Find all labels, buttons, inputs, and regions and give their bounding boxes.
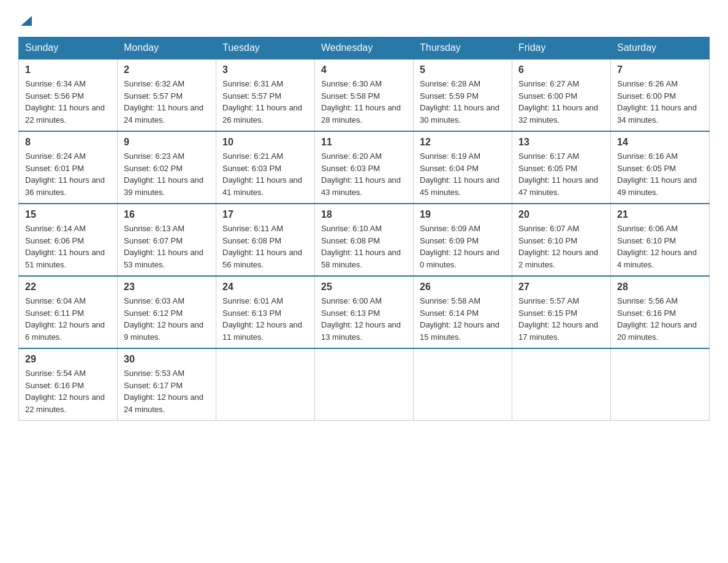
day-number: 19 [420, 209, 506, 220]
week-row-5: 29Sunrise: 5:54 AMSunset: 6:16 PMDayligh… [19, 348, 710, 421]
day-number: 17 [222, 209, 308, 220]
day-number: 23 [124, 282, 210, 293]
day-cell-8: 8Sunrise: 6:24 AMSunset: 6:01 PMDaylight… [19, 131, 118, 204]
day-number: 11 [321, 137, 407, 148]
day-cell-21: 21Sunrise: 6:06 AMSunset: 6:10 PMDayligh… [611, 204, 710, 276]
day-info: Sunrise: 6:06 AMSunset: 6:10 PMDaylight:… [617, 223, 703, 270]
day-cell-2: 2Sunrise: 6:32 AMSunset: 5:57 PMDaylight… [118, 59, 216, 131]
day-cell-24: 24Sunrise: 6:01 AMSunset: 6:13 PMDayligh… [216, 276, 315, 348]
day-info: Sunrise: 5:58 AMSunset: 6:14 PMDaylight:… [420, 295, 506, 343]
day-cell-12: 12Sunrise: 6:19 AMSunset: 6:04 PMDayligh… [414, 131, 512, 204]
day-cell-10: 10Sunrise: 6:21 AMSunset: 6:03 PMDayligh… [216, 131, 315, 204]
day-info: Sunrise: 6:09 AMSunset: 6:09 PMDaylight:… [420, 223, 506, 270]
day-cell-14: 14Sunrise: 6:16 AMSunset: 6:05 PMDayligh… [611, 131, 710, 204]
calendar-table: SundayMondayTuesdayWednesdayThursdayFrid… [18, 37, 710, 421]
day-number: 27 [518, 282, 604, 293]
day-number: 3 [222, 64, 308, 75]
logo [18, 12, 33, 27]
day-info: Sunrise: 6:04 AMSunset: 6:11 PMDaylight:… [25, 295, 111, 343]
day-info: Sunrise: 6:34 AMSunset: 5:56 PMDaylight:… [25, 78, 111, 126]
day-info: Sunrise: 6:24 AMSunset: 6:01 PMDaylight:… [25, 150, 111, 198]
day-info: Sunrise: 6:10 AMSunset: 6:08 PMDaylight:… [321, 223, 407, 270]
day-cell-7: 7Sunrise: 6:26 AMSunset: 6:00 PMDaylight… [611, 59, 710, 131]
week-row-1: 1Sunrise: 6:34 AMSunset: 5:56 PMDaylight… [19, 59, 710, 131]
weekday-header-thursday: Thursday [414, 37, 512, 59]
day-info: Sunrise: 6:16 AMSunset: 6:05 PMDaylight:… [617, 150, 703, 198]
day-number: 26 [420, 282, 506, 293]
weekday-header-row: SundayMondayTuesdayWednesdayThursdayFrid… [19, 37, 710, 59]
day-number: 10 [222, 137, 308, 148]
day-info: Sunrise: 6:32 AMSunset: 5:57 PMDaylight:… [124, 78, 210, 126]
day-number: 4 [321, 64, 407, 75]
day-cell-30: 30Sunrise: 5:53 AMSunset: 6:17 PMDayligh… [118, 348, 216, 421]
day-number: 18 [321, 209, 407, 220]
day-number: 14 [617, 137, 703, 148]
day-number: 24 [222, 282, 308, 293]
weekday-header-monday: Monday [118, 37, 216, 59]
day-cell-6: 6Sunrise: 6:27 AMSunset: 6:00 PMDaylight… [512, 59, 611, 131]
day-number: 8 [25, 137, 111, 148]
day-cell-13: 13Sunrise: 6:17 AMSunset: 6:05 PMDayligh… [512, 131, 611, 204]
empty-cell [216, 348, 315, 421]
day-info: Sunrise: 6:28 AMSunset: 5:59 PMDaylight:… [420, 78, 506, 126]
day-cell-26: 26Sunrise: 5:58 AMSunset: 6:14 PMDayligh… [414, 276, 512, 348]
day-info: Sunrise: 5:57 AMSunset: 6:15 PMDaylight:… [518, 295, 604, 343]
day-number: 30 [124, 354, 210, 365]
day-info: Sunrise: 6:00 AMSunset: 6:13 PMDaylight:… [321, 295, 407, 343]
day-cell-5: 5Sunrise: 6:28 AMSunset: 5:59 PMDaylight… [414, 59, 512, 131]
empty-cell [512, 348, 611, 421]
day-info: Sunrise: 6:31 AMSunset: 5:57 PMDaylight:… [222, 78, 308, 126]
day-cell-25: 25Sunrise: 6:00 AMSunset: 6:13 PMDayligh… [315, 276, 414, 348]
day-cell-22: 22Sunrise: 6:04 AMSunset: 6:11 PMDayligh… [19, 276, 118, 348]
day-info: Sunrise: 5:56 AMSunset: 6:16 PMDaylight:… [617, 295, 703, 343]
weekday-header-sunday: Sunday [19, 37, 118, 59]
day-info: Sunrise: 6:30 AMSunset: 5:58 PMDaylight:… [321, 78, 407, 126]
day-number: 15 [25, 209, 111, 220]
day-cell-27: 27Sunrise: 5:57 AMSunset: 6:15 PMDayligh… [512, 276, 611, 348]
day-info: Sunrise: 6:19 AMSunset: 6:04 PMDaylight:… [420, 150, 506, 198]
day-info: Sunrise: 6:20 AMSunset: 6:03 PMDaylight:… [321, 150, 407, 198]
day-info: Sunrise: 6:01 AMSunset: 6:13 PMDaylight:… [222, 295, 308, 343]
week-row-3: 15Sunrise: 6:14 AMSunset: 6:06 PMDayligh… [19, 204, 710, 276]
day-number: 21 [617, 209, 703, 220]
day-info: Sunrise: 6:26 AMSunset: 6:00 PMDaylight:… [617, 78, 703, 126]
empty-cell [414, 348, 512, 421]
day-number: 13 [518, 137, 604, 148]
day-info: Sunrise: 6:13 AMSunset: 6:07 PMDaylight:… [124, 223, 210, 270]
day-cell-15: 15Sunrise: 6:14 AMSunset: 6:06 PMDayligh… [19, 204, 118, 276]
day-cell-1: 1Sunrise: 6:34 AMSunset: 5:56 PMDaylight… [19, 59, 118, 131]
week-row-4: 22Sunrise: 6:04 AMSunset: 6:11 PMDayligh… [19, 276, 710, 348]
day-info: Sunrise: 6:23 AMSunset: 6:02 PMDaylight:… [124, 150, 210, 198]
week-row-2: 8Sunrise: 6:24 AMSunset: 6:01 PMDaylight… [19, 131, 710, 204]
day-cell-29: 29Sunrise: 5:54 AMSunset: 6:16 PMDayligh… [19, 348, 118, 421]
day-info: Sunrise: 6:17 AMSunset: 6:05 PMDaylight:… [518, 150, 604, 198]
weekday-header-wednesday: Wednesday [315, 37, 414, 59]
day-number: 9 [124, 137, 210, 148]
day-cell-17: 17Sunrise: 6:11 AMSunset: 6:08 PMDayligh… [216, 204, 315, 276]
day-number: 12 [420, 137, 506, 148]
day-number: 28 [617, 282, 703, 293]
day-cell-28: 28Sunrise: 5:56 AMSunset: 6:16 PMDayligh… [611, 276, 710, 348]
day-info: Sunrise: 5:53 AMSunset: 6:17 PMDaylight:… [124, 367, 210, 415]
logo-triangle-icon [20, 13, 33, 27]
day-info: Sunrise: 6:07 AMSunset: 6:10 PMDaylight:… [518, 223, 604, 270]
day-cell-20: 20Sunrise: 6:07 AMSunset: 6:10 PMDayligh… [512, 204, 611, 276]
day-number: 6 [518, 64, 604, 75]
day-number: 25 [321, 282, 407, 293]
day-cell-23: 23Sunrise: 6:03 AMSunset: 6:12 PMDayligh… [118, 276, 216, 348]
weekday-header-tuesday: Tuesday [216, 37, 315, 59]
weekday-header-saturday: Saturday [611, 37, 710, 59]
day-info: Sunrise: 6:11 AMSunset: 6:08 PMDaylight:… [222, 223, 308, 270]
day-number: 7 [617, 64, 703, 75]
day-cell-11: 11Sunrise: 6:20 AMSunset: 6:03 PMDayligh… [315, 131, 414, 204]
day-info: Sunrise: 6:03 AMSunset: 6:12 PMDaylight:… [124, 295, 210, 343]
weekday-header-friday: Friday [512, 37, 611, 59]
day-number: 1 [25, 64, 111, 75]
page-header [18, 12, 710, 27]
day-info: Sunrise: 6:14 AMSunset: 6:06 PMDaylight:… [25, 223, 111, 270]
empty-cell [611, 348, 710, 421]
day-number: 16 [124, 209, 210, 220]
day-info: Sunrise: 6:27 AMSunset: 6:00 PMDaylight:… [518, 78, 604, 126]
day-cell-4: 4Sunrise: 6:30 AMSunset: 5:58 PMDaylight… [315, 59, 414, 131]
empty-cell [315, 348, 414, 421]
